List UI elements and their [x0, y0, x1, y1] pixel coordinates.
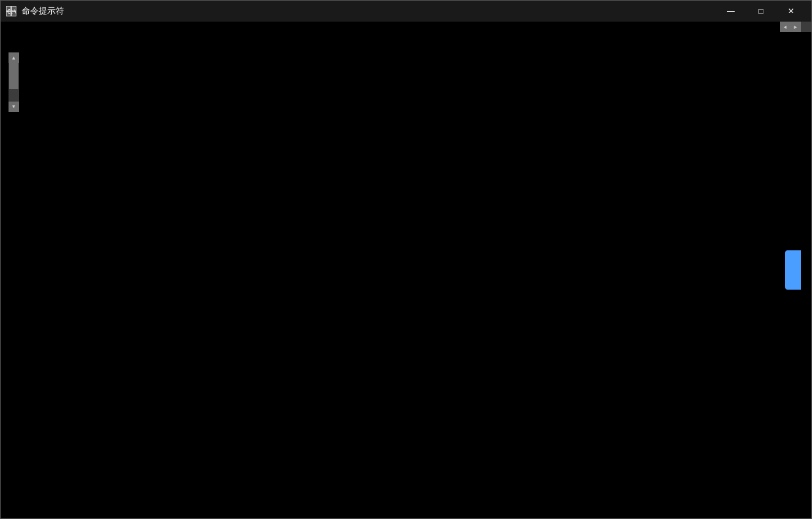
horizontal-scrollbar[interactable]: ◄ ►	[780, 22, 811, 32]
window-controls: — □ ✕	[716, 1, 806, 22]
scroll-track[interactable]	[9, 63, 19, 102]
minimize-button[interactable]: —	[716, 1, 746, 22]
terminal-output[interactable]: ▲ ▼	[1, 22, 780, 518]
scroll-thumb[interactable]	[9, 63, 18, 89]
window-title: 命令提示符	[22, 5, 716, 17]
svg-text:C:\: C:\	[7, 9, 16, 15]
scrollbar-corner	[801, 22, 811, 32]
scroll-right-arrow[interactable]: ►	[790, 22, 801, 32]
maximize-button[interactable]: □	[746, 1, 776, 22]
content-area: ▲ ▼ ◄ ►	[1, 22, 811, 518]
vertical-scrollbar[interactable]: ▲ ▼	[9, 52, 19, 112]
scroll-left-arrow[interactable]: ◄	[780, 22, 790, 32]
window-icon: C:\	[6, 6, 16, 16]
close-button[interactable]: ✕	[776, 1, 806, 22]
scroll-up-arrow[interactable]: ▲	[9, 52, 19, 63]
title-bar: C:\ 命令提示符 — □ ✕	[1, 1, 811, 22]
scroll-down-arrow[interactable]: ▼	[9, 102, 19, 112]
cmd-window: C:\ 命令提示符 — □ ✕ ▲ ▼ ◄ ► const data = JSO…	[0, 0, 812, 519]
